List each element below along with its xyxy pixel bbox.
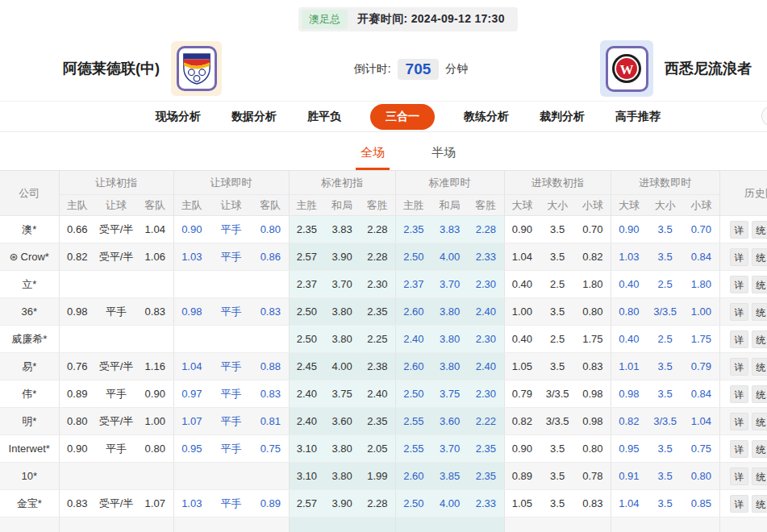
stats-button[interactable]: 统 — [752, 221, 767, 239]
nav-bar: 现场分析数据分析胜平负三合一教练分析裁判分析高手推荐 — [0, 101, 767, 132]
odds-cell — [173, 463, 210, 490]
odds-cell: 0.40 — [611, 326, 647, 353]
odds-cell: 平手 — [210, 490, 252, 517]
actions-cell: 详统 — [719, 216, 767, 243]
odds-cell: 3.5 — [647, 380, 683, 408]
odds-cell — [210, 326, 252, 353]
odds-cell: 2.35 — [468, 463, 504, 490]
stats-button[interactable]: 统 — [752, 248, 767, 266]
odds-cell: 2.50 — [289, 326, 324, 353]
nav-tab-live-analysis[interactable]: 现场分析 — [154, 106, 202, 127]
odds-cell: 2.60 — [395, 463, 431, 490]
detail-button[interactable]: 详 — [730, 330, 748, 348]
stats-button[interactable]: 统 — [752, 440, 767, 458]
detail-button[interactable]: 详 — [730, 221, 748, 239]
company-cell: Interwet* — [0, 435, 59, 463]
odds-cell — [59, 517, 95, 532]
odds-cell: 3.5 — [540, 216, 575, 243]
odds-cell: 1.00 — [683, 298, 719, 326]
odds-cell — [137, 517, 173, 532]
company-name: 36* — [21, 305, 37, 318]
subcolumn-header: 小球 — [683, 195, 719, 216]
odds-cell: 0.83 — [252, 380, 289, 408]
subcolumn-header: 小球 — [575, 195, 611, 216]
nav-tab-expert-picks[interactable]: 高手推荐 — [614, 106, 662, 127]
stats-button[interactable]: 统 — [752, 495, 767, 513]
subcolumn-header: 主胜 — [289, 195, 324, 216]
detail-button[interactable]: 详 — [730, 413, 748, 430]
odds-cell: 受平/半 — [95, 216, 137, 243]
period-tab-full-match[interactable]: 全场 — [356, 137, 390, 170]
odds-cell — [611, 517, 647, 532]
odds-cell — [289, 517, 324, 532]
odds-cell: 3.5 — [540, 298, 575, 326]
table-row: 立*2.373.702.302.373.702.300.402.51.800.4… — [0, 271, 767, 298]
subcolumn-header: 主胜 — [395, 195, 431, 216]
actions-cell: 详统 — [719, 326, 767, 353]
detail-button[interactable]: 详 — [730, 248, 748, 266]
subcolumn-header: 让球 — [210, 195, 252, 216]
column-group-goals-live: 进球数即时 — [611, 171, 719, 195]
company-cell: 伟* — [0, 380, 59, 408]
odds-cell: 2.28 — [360, 216, 395, 243]
stats-button[interactable]: 统 — [752, 303, 767, 321]
nav-tab-data-analysis[interactable]: 数据分析 — [230, 106, 278, 127]
actions-cell: 详统 — [719, 271, 767, 298]
stats-button[interactable]: 统 — [752, 413, 767, 430]
odds-cell: 2.5 — [540, 326, 575, 353]
detail-button[interactable]: 详 — [730, 276, 748, 293]
odds-cell: 0.84 — [683, 243, 719, 271]
detail-button[interactable]: 详 — [730, 440, 748, 458]
period-tab-half-match[interactable]: 半场 — [427, 137, 461, 170]
nav-tab-win-draw-lose[interactable]: 胜平负 — [306, 106, 343, 127]
nav-tab-referee-analysis[interactable]: 裁判分析 — [538, 106, 586, 127]
odds-cell: 0.83 — [59, 490, 95, 517]
odds-cell: 0.83 — [137, 298, 173, 326]
period-tabs: 全场半场 — [0, 132, 767, 170]
odds-cell: 1.03 — [173, 243, 210, 271]
odds-cell: 2.35 — [360, 408, 395, 435]
stats-button[interactable]: 统 — [752, 276, 767, 293]
league-badge[interactable]: 澳足总 — [302, 10, 348, 29]
odds-cell — [210, 271, 252, 298]
detail-button[interactable]: 详 — [730, 468, 748, 485]
stats-button[interactable]: 统 — [752, 330, 767, 348]
company-name: Crow* — [21, 251, 49, 263]
odds-cell: 3.83 — [324, 216, 360, 243]
odds-table: 公司让球初指让球即时标准初指标准即时进球数初指进球数即时历史同赔主队让球客队主队… — [0, 170, 767, 532]
detail-button[interactable]: 详 — [730, 303, 748, 321]
odds-cell: 0.98 — [575, 408, 611, 435]
stats-button[interactable]: 统 — [752, 385, 767, 403]
nav-tab-three-in-one[interactable]: 三合一 — [370, 104, 435, 130]
match-header: 阿德莱德联(中) 倒计时: 705 分钟 — [0, 31, 767, 101]
nav-scroll-button[interactable] — [761, 106, 767, 127]
odds-cell: 0.90 — [137, 380, 173, 408]
detail-button[interactable]: 详 — [730, 358, 748, 376]
odds-cell: 2.35 — [395, 216, 431, 243]
odds-cell: 2.38 — [360, 353, 395, 380]
odds-cell: 1.00 — [137, 408, 173, 435]
odds-cell: 2.55 — [395, 435, 431, 463]
football-icon: ⊛ — [10, 251, 19, 263]
odds-cell: 3.60 — [324, 408, 360, 435]
stats-button[interactable]: 统 — [752, 468, 767, 485]
company-name: 明* — [22, 415, 36, 427]
stats-button[interactable]: 统 — [752, 358, 767, 376]
odds-cell: 0.90 — [504, 435, 540, 463]
odds-cell: 3.5 — [540, 353, 575, 380]
odds-cell: 0.80 — [252, 216, 289, 243]
subcolumn-header: 大球 — [504, 195, 540, 216]
nav-tab-coach-analysis[interactable]: 教练分析 — [462, 106, 511, 127]
odds-cell: 3.70 — [324, 271, 360, 298]
odds-cell — [173, 517, 210, 532]
odds-cell: 3.80 — [324, 298, 360, 326]
detail-button[interactable]: 详 — [730, 495, 748, 513]
company-name: 威廉希* — [11, 333, 47, 345]
odds-cell — [59, 271, 95, 298]
odds-cell: 2.05 — [360, 435, 395, 463]
odds-cell: 4.00 — [431, 490, 468, 517]
odds-cell — [540, 517, 575, 532]
odds-cell: 3.5 — [540, 490, 575, 517]
odds-cell: 2.5 — [647, 326, 683, 353]
detail-button[interactable]: 详 — [730, 385, 748, 403]
